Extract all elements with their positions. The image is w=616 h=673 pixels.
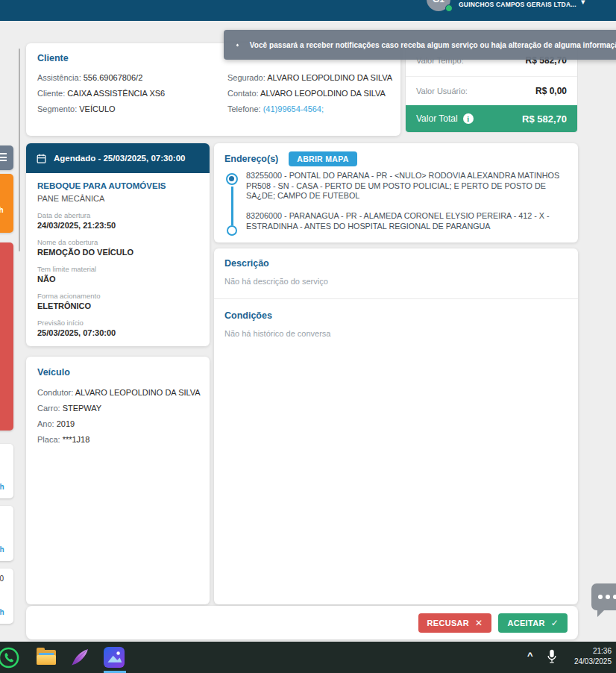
list-item[interactable]: L 0h xyxy=(0,444,13,498)
valor-usuario-row: Valor Usuário:R$ 0,00 xyxy=(406,77,577,105)
condutor-row: Condutor: ALVARO LEOPOLDINO DA SILVA xyxy=(37,385,198,401)
toast-message: Você passará a receber notificações caso… xyxy=(250,41,616,49)
info-icon[interactable]: i xyxy=(463,113,474,124)
tray-clock[interactable]: 21:36 24/03/2025 xyxy=(574,646,612,667)
problem-name: PANE MECÂNICA xyxy=(37,194,198,203)
descricao-empty-text: Não há descrição do serviço xyxy=(224,277,568,286)
abrir-mapa-button[interactable]: ABRIR MAPA xyxy=(289,151,356,166)
address-origin: 83255000 - PONTAL DO PARANA - PR - <NULO… xyxy=(246,171,573,201)
field-label: Nome da cobertura xyxy=(37,238,198,246)
list-icon xyxy=(0,153,7,163)
field-label: Tem limite material xyxy=(37,265,198,273)
veiculo-title: Veículo xyxy=(37,367,198,378)
field-label: Data de abertura xyxy=(37,211,198,219)
field-value: REMOÇÃO DO VEÍCULO xyxy=(37,248,198,257)
agendado-header: Agendado - 25/03/2025, 07:30:00 xyxy=(26,143,210,173)
taskbar: ^ 21:36 24/03/2025 xyxy=(0,642,616,673)
file-explorer-icon[interactable] xyxy=(34,645,58,669)
field-value: ELETRÔNICO xyxy=(37,301,198,310)
descricao-condicoes-card: Descrição Não há descrição do serviço Co… xyxy=(214,248,578,604)
field-value: 24/03/2025, 21:23:50 xyxy=(37,221,198,230)
top-bar: G1 GUINCHOS CAMPOS GERAIS LTDA... ▾ xyxy=(0,0,616,21)
telefone-row: Telefone: (41)99654-4564; xyxy=(227,101,392,117)
left-list-scrollbar[interactable] xyxy=(19,48,20,251)
bell-icon xyxy=(236,39,239,51)
tray-date: 24/03/2025 xyxy=(574,657,612,667)
condicoes-empty-text: Não há histórico de conversa xyxy=(224,329,330,338)
agendado-card: Agendado - 25/03/2025, 07:30:00 REBOQUE … xyxy=(26,143,210,346)
list-item[interactable]: 0h xyxy=(0,174,13,233)
descricao-title: Descrição xyxy=(224,258,568,269)
recusar-button[interactable]: RECUSAR✕ xyxy=(418,613,492,633)
aceitar-button[interactable]: ACEITAR✓ xyxy=(498,613,568,633)
list-item-label: 0h xyxy=(0,545,4,554)
calendar-icon xyxy=(36,153,47,164)
cliente-row: Cliente: CAIXA ASSISTÊNCIA XS6 xyxy=(37,86,165,101)
enderecos-card: Endereço(s) ABRIR MAPA 83255000 - PONTAL… xyxy=(214,143,578,242)
field-label: Forma acionamento xyxy=(37,292,198,300)
carro-row: Carro: STEPWAY xyxy=(37,401,198,416)
valor-total-row: Valor Totali R$ 582,70 xyxy=(406,105,577,132)
chat-bubble-icon[interactable] xyxy=(591,583,616,610)
list-item-label: 50 xyxy=(0,575,4,583)
placa-row: Placa: ***1J18 xyxy=(37,432,198,448)
veiculo-card: Veículo Condutor: ALVARO LEOPOLDINO DA S… xyxy=(26,357,210,604)
segmento-row: Segmento: VEÍCULO xyxy=(37,101,165,117)
list-item-label: 0h xyxy=(0,206,4,214)
whatsapp-icon[interactable] xyxy=(0,645,20,669)
photos-icon[interactable] xyxy=(102,645,126,669)
condicoes-title: Condições xyxy=(224,310,272,321)
chat-bubble-tail xyxy=(597,609,606,617)
list-item[interactable] xyxy=(0,145,13,170)
address-radio-empty[interactable] xyxy=(227,225,237,236)
segurado-row: Segurado: ALVARO LEOPOLDINO DA SILVA xyxy=(227,70,392,86)
field-value: 25/03/2025, 07:30:00 xyxy=(37,328,198,337)
service-name: REBOQUE PARA AUTOMÓVEIS xyxy=(37,181,198,190)
notification-toast: Você passará a receber notificações caso… xyxy=(224,30,616,60)
field-value: NÃO xyxy=(37,275,198,284)
address-radio-selected[interactable] xyxy=(226,173,238,185)
feather-icon[interactable] xyxy=(68,645,92,669)
list-item-label: 0h xyxy=(0,608,4,616)
close-icon: ✕ xyxy=(475,618,483,628)
avatar-initials: G1 xyxy=(433,0,444,4)
contato-row: Contato: ALVARO LEOPOLDINO DA SILVA xyxy=(227,86,392,101)
enderecos-title: Endereço(s) xyxy=(224,154,278,164)
app-screen: 0h L 0h 0h 50 0h G1 GUINCHOS CAMPOS GERA… xyxy=(0,0,616,673)
tray-chevron-up-icon[interactable]: ^ xyxy=(527,650,533,661)
ano-row: Ano: 2019 xyxy=(37,416,198,432)
chevron-down-icon[interactable]: ▾ xyxy=(581,0,585,7)
online-status-dot xyxy=(445,4,453,12)
company-name: GUINCHOS CAMPOS GERAIS LTDA... xyxy=(459,1,576,8)
list-item-label: 0h xyxy=(0,483,4,491)
list-item[interactable] xyxy=(0,242,13,431)
field-label: Previsão início xyxy=(37,319,198,327)
telefone-link[interactable]: (41)99654-4564; xyxy=(263,104,324,113)
address-destination: 83206000 - PARANAGUA - PR - ALAMEDA CORO… xyxy=(246,211,573,231)
timeline-line xyxy=(231,187,233,225)
list-item[interactable]: 50 0h xyxy=(0,569,13,624)
assistencia-row: Assistência: 556.69067806/2 xyxy=(37,70,165,86)
check-icon: ✓ xyxy=(551,618,559,628)
tray-time: 21:36 xyxy=(574,646,612,657)
microphone-icon[interactable] xyxy=(545,648,559,669)
list-item[interactable]: 0h xyxy=(0,506,13,561)
actions-footer: RECUSAR✕ ACEITAR✓ xyxy=(26,606,578,639)
section-divider xyxy=(214,298,578,299)
